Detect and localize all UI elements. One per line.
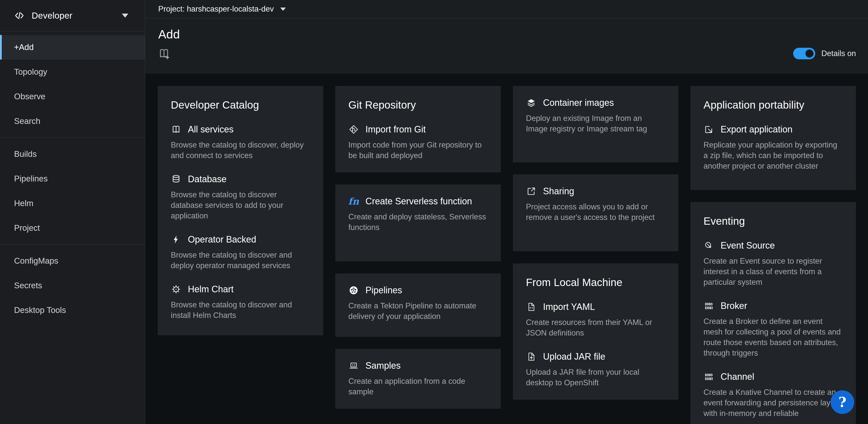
add-action-import-yaml[interactable]: Import YAML Create resources from their … — [526, 302, 665, 338]
item-title: Database — [188, 174, 226, 185]
add-action-samples[interactable]: Samples Create an application from a cod… — [348, 360, 488, 397]
help-button[interactable]: ? — [831, 390, 854, 414]
perspective-switcher[interactable]: Developer — [0, 0, 145, 31]
add-action-sharing[interactable]: Sharing Project access allows you to add… — [526, 186, 665, 223]
sidebar-divider — [0, 244, 145, 245]
card-grid: Developer Catalog All services Browse th… — [145, 18, 868, 424]
item-description: Browse the catalog to discover and insta… — [171, 300, 310, 321]
card-pipelines[interactable]: Pipelines Create a Tekton Pipeline to au… — [335, 274, 501, 337]
perspective-label: Developer — [32, 10, 115, 21]
samples-laptop-icon — [348, 360, 359, 371]
card-title: Application portability — [704, 99, 843, 111]
sidebar-item-search[interactable]: Search — [0, 109, 145, 134]
add-action-pipelines[interactable]: Pipelines Create a Tekton Pipeline to au… — [348, 285, 488, 322]
card-column-2: Git Repository — [335, 86, 501, 424]
item-title: Pipelines — [366, 285, 402, 295]
bolt-icon — [171, 234, 181, 245]
item-title: Broker — [720, 301, 747, 311]
item-description: Browse the catalog to discover database … — [171, 190, 310, 221]
item-description: Create a Knative Channel to create an ev… — [704, 387, 843, 419]
export-icon — [704, 124, 714, 135]
add-action-database[interactable]: Database Browse the catalog to discover … — [171, 174, 310, 221]
item-title: Container images — [543, 97, 614, 108]
item-title: Helm Chart — [188, 284, 234, 294]
database-icon — [171, 174, 181, 185]
card-container-images[interactable]: Container images Deploy an existing Imag… — [513, 86, 678, 162]
item-title: Operator Backed — [188, 234, 256, 245]
item-description: Create an application from a code sample — [348, 376, 488, 397]
sidebar-item-builds[interactable]: Builds — [0, 142, 145, 166]
item-description: Browse the catalog to discover and deplo… — [171, 250, 310, 271]
sidebar-item-project[interactable]: Project — [0, 216, 145, 240]
item-title: Import YAML — [543, 302, 595, 312]
card-column-4: Application portability Export applicati… — [690, 86, 856, 424]
item-description: Create and deploy stateless, Serverless … — [348, 211, 488, 233]
item-description: Create a Tekton Pipeline to automate del… — [348, 301, 488, 322]
broker-icon — [704, 301, 714, 311]
card-serverless-function[interactable]: fn Create Serverless function Create and… — [335, 185, 501, 261]
add-action-event-source[interactable]: Event Source Create an Event source to r… — [704, 240, 843, 287]
sidebar-item-desktop-tools[interactable]: Desktop Tools — [0, 298, 145, 322]
add-action-create-serverless-function[interactable]: fn Create Serverless function Create and… — [348, 196, 488, 233]
code-icon — [14, 10, 25, 21]
add-action-operator-backed[interactable]: Operator Backed Browse the catalog to di… — [171, 234, 310, 271]
add-action-channel[interactable]: Channel Create a Knative Channel to crea… — [704, 371, 843, 419]
sidebar-item-add[interactable]: +Add — [0, 35, 145, 60]
card-application-portability: Application portability Export applicati… — [690, 86, 856, 190]
project-bar: Project: harshcasper-localsta-dev — [145, 0, 868, 18]
layers-icon — [526, 97, 536, 108]
card-title: Developer Catalog — [171, 99, 310, 111]
sidebar-nav: +Add Topology Observe Search Builds Pipe… — [0, 31, 145, 322]
sidebar-item-topology[interactable]: Topology — [0, 60, 145, 84]
item-title: Samples — [366, 360, 401, 371]
item-title: Import from Git — [366, 124, 426, 135]
card-column-1: Developer Catalog All services Browse th… — [158, 86, 323, 424]
add-action-broker[interactable]: Broker Create a Broker to define an even… — [704, 301, 843, 359]
card-column-3: Container images Deploy an existing Imag… — [513, 86, 678, 424]
sidebar-item-configmaps[interactable]: ConfigMaps — [0, 249, 145, 273]
item-title: Upload JAR file — [543, 351, 605, 362]
project-selector[interactable]: Project: harshcasper-localsta-dev — [158, 4, 274, 13]
card-git-repository: Git Repository — [335, 86, 501, 172]
item-description: Create resources from their YAML or JSON… — [526, 317, 665, 338]
item-title: Channel — [720, 371, 754, 382]
item-description: Create a Broker to define an event mesh … — [704, 316, 843, 359]
item-title: Create Serverless function — [366, 196, 472, 206]
card-title: Eventing — [704, 215, 843, 227]
tekton-pipelines-icon — [348, 285, 359, 295]
item-title: Event Source — [720, 240, 775, 251]
helm-icon — [171, 284, 181, 294]
add-action-container-images[interactable]: Container images Deploy an existing Imag… — [526, 97, 665, 134]
add-action-all-services[interactable]: All services Browse the catalog to disco… — [171, 124, 310, 161]
chevron-down-icon[interactable] — [280, 7, 286, 11]
share-icon — [526, 186, 536, 197]
channel-icon — [704, 371, 714, 382]
sidebar-item-pipelines[interactable]: Pipelines — [0, 166, 145, 191]
git-icon — [348, 124, 359, 135]
item-description: Upload a JAR file from your local deskto… — [526, 367, 665, 388]
card-developer-catalog: Developer Catalog All services Browse th… — [158, 86, 323, 335]
item-description: Deploy an existing Image from an Image r… — [526, 113, 665, 134]
sidebar: Developer +Add Topology Observe Search B… — [0, 0, 145, 424]
card-sharing[interactable]: Sharing Project access allows you to add… — [513, 174, 678, 251]
add-action-upload-jar-file[interactable]: Upload JAR file Upload a JAR file from y… — [526, 351, 665, 388]
add-action-import-from-git[interactable]: Import from Git Import code from your Gi… — [348, 124, 488, 161]
add-action-helm-chart[interactable]: Helm Chart Browse the catalog to discove… — [171, 284, 310, 321]
item-description: Project access allows you to add or remo… — [526, 202, 665, 223]
file-upload-icon — [526, 351, 536, 362]
card-samples[interactable]: Samples Create an application from a cod… — [335, 349, 501, 409]
file-code-icon — [526, 302, 536, 312]
item-title: Export application — [720, 124, 793, 135]
add-action-export-application[interactable]: Export application Replicate your applic… — [704, 124, 843, 171]
item-title: All services — [188, 124, 234, 135]
item-description: Import code from your Git repository to … — [348, 140, 488, 161]
item-description: Browse the catalog to discover, deploy a… — [171, 140, 310, 161]
sidebar-item-observe[interactable]: Observe — [0, 84, 145, 109]
sidebar-item-helm[interactable]: Helm — [0, 191, 145, 216]
card-eventing: Eventing Event Source Create an Event so — [690, 202, 856, 424]
sidebar-item-secrets[interactable]: Secrets — [0, 273, 145, 298]
item-description: Replicate your application by exporting … — [704, 140, 843, 171]
item-title: Sharing — [543, 186, 574, 197]
card-title: Git Repository — [348, 99, 488, 111]
chevron-down-icon — [122, 13, 128, 18]
